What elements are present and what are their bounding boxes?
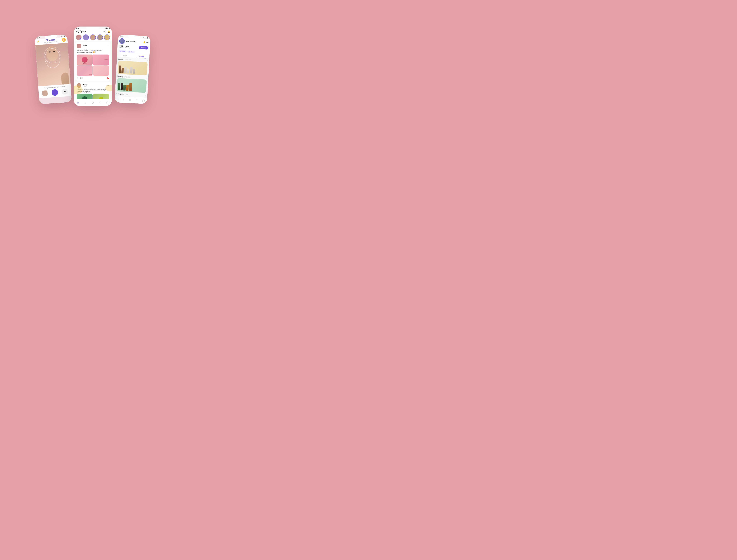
app-title-block: Skincare making skincare social (44, 38, 57, 43)
scan-capture-button[interactable] (51, 89, 58, 96)
post-name-teylor: Teylor (83, 44, 87, 46)
signal-icon-c: ▐▐▐ (104, 28, 107, 29)
product-3-sunday (124, 67, 127, 73)
story-2[interactable] (90, 34, 96, 40)
heart-icon: ♡ (99, 101, 101, 102)
add-button[interactable]: + (103, 30, 106, 33)
follow-button[interactable]: Follow (139, 46, 149, 50)
feed-title-row: Hi, Dylan + 🔔 (76, 30, 110, 33)
story-avatar-3 (97, 34, 103, 40)
following-count: 100 (126, 45, 129, 47)
notch-right (128, 35, 140, 39)
post-header-nancy: Nancy 1 Hour ••• (77, 83, 109, 88)
notch-center (86, 27, 99, 30)
left-eye (49, 51, 51, 53)
routine-day-friday: Friday, (116, 93, 121, 95)
phones-container: 9:41 ▐▐▐ ▲ ▓ ⚡ Skincare making skincare … (37, 27, 149, 106)
bell-icon-profile[interactable]: 🔔 (143, 41, 146, 43)
routine-card-saturday[interactable] (117, 78, 147, 93)
post-img-3: LANEIGE (77, 65, 93, 76)
add-badge: + (80, 38, 82, 40)
story-add[interactable]: + (76, 34, 82, 40)
nav-search[interactable]: ⌕ (83, 100, 88, 102)
followers-label: followers (119, 47, 124, 48)
refresh-icon: ↻ (64, 90, 66, 93)
nav-user-right[interactable]: ◯ (142, 99, 145, 102)
nav-add-right[interactable]: ⊕ (129, 98, 131, 101)
status-icons-left: ▐▐▐ ▲ ▓ (59, 35, 65, 37)
products-row-sunday (119, 65, 135, 74)
post-images-teylor: LANEIGE LANEIGE LANEIGE (77, 55, 109, 76)
story-avatar-1 (83, 34, 89, 40)
clock-badge: ⏰ (62, 38, 66, 42)
scan-refresh-button[interactable]: ↻ (62, 89, 68, 95)
stat-following: 100 following (125, 45, 130, 49)
product-2-sunday (121, 68, 124, 73)
post-card-teylor: Teylor 4 m ••• I am so excited to try #e… (75, 42, 111, 81)
post-img-1: LANEIGE (77, 55, 93, 65)
post-user-info-teylor: Teylor 4 m (83, 44, 87, 48)
mouth (49, 56, 55, 57)
phone-left: 9:41 ▐▐▐ ▲ ▓ ⚡ Skincare making skincare … (35, 34, 72, 104)
nav-add[interactable]: ⊕ (90, 100, 96, 102)
lightning-icon: ⚡ (37, 40, 40, 43)
product-4-sunday (127, 69, 129, 73)
nav-profile[interactable]: ◯ (105, 100, 110, 102)
tab-routine[interactable]: Routine (133, 54, 149, 59)
chevron-sunday[interactable]: › (147, 60, 148, 62)
routine-rest-sunday: 23 July 2021 (123, 59, 131, 61)
feed-icons: + 🔔 (103, 30, 110, 33)
bell-icon[interactable]: 🔔 (107, 30, 110, 33)
product-5-saturday (129, 83, 132, 91)
tag-dryness[interactable]: Dryness (119, 50, 127, 53)
post-time-nancy: 1 Hour (83, 86, 87, 87)
chevron-saturday[interactable]: › (146, 77, 147, 79)
dots-icon-profile[interactable]: ••• (146, 41, 149, 44)
story-1[interactable] (83, 34, 89, 40)
post-name-nancy: Nancy (83, 84, 87, 86)
scan-thumbnail[interactable] (42, 90, 48, 96)
feed-header: Hi, Dylan + 🔔 (74, 29, 112, 34)
routine-day-saturday: Saturday, (117, 76, 123, 78)
products-row-saturday (118, 83, 132, 91)
bookmark-icon[interactable]: 🔖 (107, 77, 109, 79)
post-menu-teylor[interactable]: ••• (106, 45, 109, 47)
nav-search-right[interactable]: ⌕ (123, 98, 125, 101)
like-icon[interactable]: ♡ (77, 77, 79, 79)
routine-date-sunday: Sunday, 23 July 2021 (118, 58, 131, 61)
routine-card-sunday[interactable] (117, 61, 148, 75)
product-3-saturday (123, 85, 126, 91)
routine-date-row-friday: Friday, 1 July 2021 › (116, 93, 146, 96)
routine-rest-friday: 1 July 2021 (121, 93, 128, 95)
story-3[interactable] (97, 34, 103, 40)
wifi-icon: ▲ (62, 36, 64, 37)
post-avatar-teylor (77, 44, 81, 48)
stat-followers: 2000 followers (119, 45, 124, 48)
post-img-2: LANEIGE (93, 55, 109, 65)
routine-item-saturday: Saturday, 9 July 2021 › (117, 75, 147, 93)
product-2-saturday (120, 83, 123, 90)
routine-item-friday: Friday, 1 July 2021 › (116, 93, 146, 96)
post-img-4 (93, 65, 109, 76)
routine-day-sunday: Sunday, (118, 58, 123, 60)
scan-bottom: Align your Face over the oval above ↻ (38, 84, 71, 98)
chevron-friday[interactable]: › (145, 94, 146, 96)
signal-icon: ▐▐▐ (59, 36, 62, 37)
status-icons-right: ▐▐▐ ▲ ▓ (143, 37, 148, 38)
home-icon: ⌂ (77, 101, 79, 102)
comment-icon[interactable]: 💬 (80, 77, 83, 79)
profile-stats: 2000 followers 100 following Follow (119, 45, 148, 50)
tag-peeling[interactable]: Peeling (127, 51, 135, 53)
profile-avatar (119, 38, 125, 44)
story-4[interactable] (104, 34, 110, 40)
status-time-center: 9:41 (76, 27, 79, 29)
face-scan-image (35, 43, 71, 86)
nav-likes[interactable]: ♡ (98, 100, 103, 102)
nav-heart-right[interactable]: ♡ (135, 99, 138, 102)
post-header-teylor: Teylor 4 m ••• (77, 44, 109, 48)
status-time-left: 9:41 (37, 37, 40, 39)
nav-home[interactable]: ⌂ (75, 100, 81, 102)
tab-posts[interactable]: Posts (117, 53, 133, 58)
profile-header-icons: 🔔 ••• (143, 41, 149, 44)
nav-home-right[interactable]: ⌂ (117, 98, 119, 101)
